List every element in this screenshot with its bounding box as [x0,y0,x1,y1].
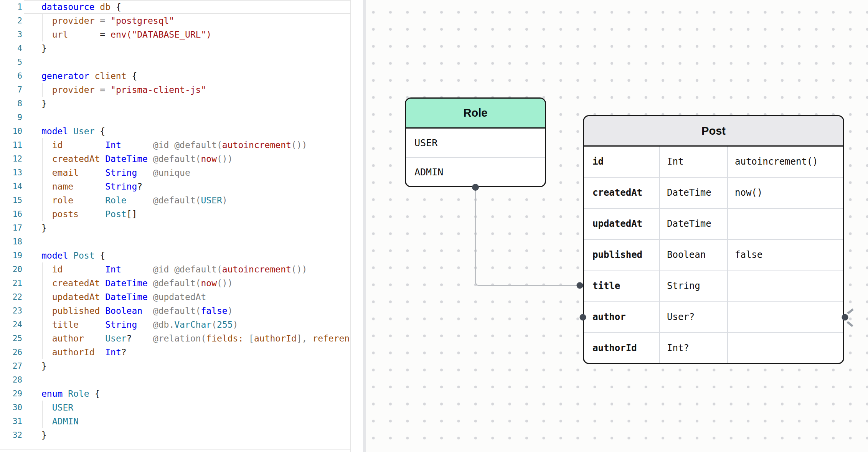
code-line[interactable]: 8} [0,97,363,111]
code-line[interactable]: 12 createdAt DateTime @default(now()) [0,152,363,166]
line-number: 11 [0,138,22,152]
line-number: 8 [0,97,22,111]
code-line[interactable]: 31 ADMIN [0,414,363,428]
code-line[interactable]: 15 role Role @default(USER) [0,193,363,207]
code-line[interactable]: 10model User { [0,124,363,138]
code-line[interactable]: 11 id Int @id @default(autoincrement()) [0,138,363,152]
code-line[interactable]: 19model Post { [0,249,363,262]
code-line[interactable]: 24 title String @db.VarChar(255) [0,318,363,332]
field-type-cell: Int [660,147,728,177]
field-row: createdAtDateTimenow() [584,177,843,208]
code-line[interactable]: 30 USER [0,401,363,414]
field-default-cell [728,302,843,332]
code-line[interactable]: 7 provider = "prisma-client-js" [0,83,363,97]
code-line[interactable]: 14 name String? [0,180,363,193]
code-text: createdAt DateTime @default(now()) [41,276,351,290]
pane-divider[interactable] [363,0,366,452]
line-number: 14 [0,180,22,193]
role-table-header: Role [406,99,545,129]
code-text: url = env("DATABASE_URL") [41,28,351,41]
code-line[interactable]: 2 provider = "postgresql" [0,14,363,28]
app-window: 1datasource db {2 provider = "postgresql… [0,0,868,452]
line-number: 7 [0,83,22,97]
line-number: 31 [0,414,22,428]
code-text [41,111,351,124]
code-text: } [41,428,351,442]
line-number: 20 [0,262,22,276]
field-default-cell: now() [728,178,843,208]
post-table-title: Post [701,125,726,137]
code-line[interactable]: 6generator client { [0,69,363,83]
enum-value-row: USER [406,129,545,157]
field-name-cell: createdAt [584,178,660,208]
entity-table-role[interactable]: Role USERADMIN [405,97,546,187]
code-text: id Int @id @default(autoincrement()) [41,262,351,276]
code-text: } [41,359,351,373]
line-number: 32 [0,428,22,442]
code-text [41,373,351,387]
code-text: ADMIN [41,414,351,428]
line-number: 12 [0,152,22,166]
role-table-title: Role [464,107,488,119]
code-text: title String @db.VarChar(255) [41,318,351,332]
code-text: name String? [41,180,351,193]
code-text: updatedAt DateTime @updatedAt [41,290,351,304]
code-line[interactable]: 27} [0,359,363,373]
code-line[interactable]: 29enum Role { [0,387,363,401]
code-text: author User? @relation(fields: [authorId… [41,332,351,345]
code-text: } [41,97,351,111]
code-line[interactable]: 18 [0,235,363,249]
code-line[interactable]: 3 url = env("DATABASE_URL") [0,28,363,41]
code-text: } [41,41,351,55]
entity-table-post[interactable]: Post idIntautoincrement()createdAtDateTi… [583,115,844,364]
code-line[interactable]: 28 [0,373,363,387]
code-line[interactable]: 4} [0,41,363,55]
code-line[interactable]: 25 author User? @relation(fields: [autho… [0,332,363,345]
line-number: 3 [0,28,22,41]
line-number: 21 [0,276,22,290]
field-type-cell: DateTime [660,209,728,239]
code-text: provider = "postgresql" [41,14,351,28]
code-text: model Post { [41,249,351,262]
line-number: 1 [0,0,22,14]
code-text [41,55,351,69]
code-line[interactable]: 13 email String @unique [0,166,363,180]
line-number: 10 [0,124,22,138]
code-line[interactable]: 9 [0,111,363,124]
code-line[interactable]: 21 createdAt DateTime @default(now()) [0,276,363,290]
field-row: authorUser? [584,301,843,332]
code-line[interactable]: 23 published Boolean @default(false) [0,304,363,318]
line-number: 19 [0,249,22,262]
field-row: updatedAtDateTime [584,208,843,239]
field-name-cell: published [584,240,660,270]
line-number: 9 [0,111,22,124]
code-line[interactable]: 1datasource db { [0,0,363,14]
field-type-cell: User? [660,302,728,332]
code-line[interactable]: 22 updatedAt DateTime @updatedAt [0,290,363,304]
line-number: 4 [0,41,22,55]
code-line[interactable]: 17} [0,221,363,235]
code-text: model User { [41,124,351,138]
line-number: 16 [0,207,22,221]
field-name-cell: title [584,271,660,301]
line-number: 25 [0,332,22,345]
code-line[interactable]: 32} [0,428,363,442]
line-number: 28 [0,373,22,387]
line-number: 29 [0,387,22,401]
field-default-cell [728,209,843,239]
code-line[interactable]: 20 id Int @id @default(autoincrement()) [0,262,363,276]
code-line[interactable]: 26 authorId Int? [0,345,363,359]
code-lines[interactable]: 1datasource db {2 provider = "postgresql… [0,0,363,442]
field-type-cell: String [660,271,728,301]
code-text: email String @unique [41,166,351,180]
line-number: 2 [0,14,22,28]
line-number: 23 [0,304,22,318]
editor-bottom-shadow [0,449,350,450]
schema-editor[interactable]: 1datasource db {2 provider = "postgresql… [0,0,363,452]
code-text: authorId Int? [41,345,351,359]
code-text: role Role @default(USER) [41,193,351,207]
code-line[interactable]: 16 posts Post[] [0,207,363,221]
code-line[interactable]: 5 [0,55,363,69]
field-default-cell: autoincrement() [728,147,843,177]
field-default-cell: false [728,240,843,270]
